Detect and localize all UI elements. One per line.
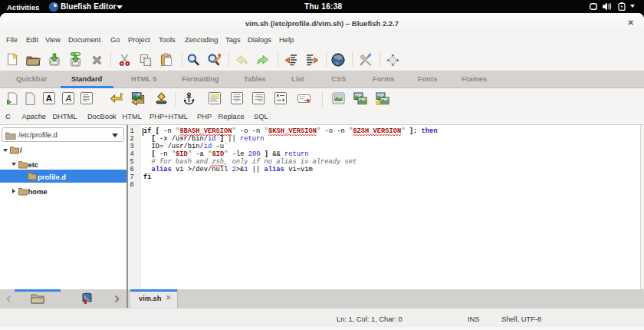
svg-text:A: A [46,94,52,103]
svg-text:A: A [64,94,71,103]
